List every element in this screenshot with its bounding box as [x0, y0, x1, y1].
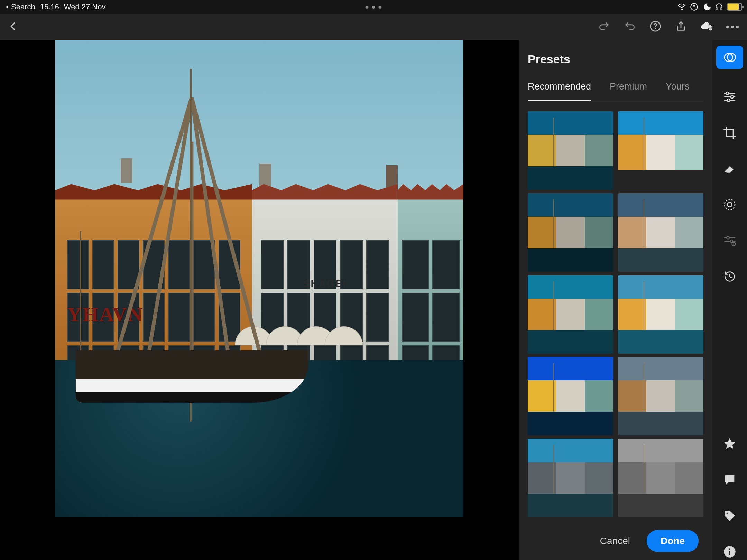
- wifi-icon: [677, 2, 686, 11]
- svg-point-17: [730, 240, 732, 242]
- return-app-label: Search: [11, 2, 35, 11]
- preset-thumb[interactable]: [618, 275, 703, 354]
- headphones-icon: [714, 2, 723, 11]
- healing-tool[interactable]: [721, 160, 738, 177]
- return-to-app[interactable]: Search: [5, 2, 35, 11]
- done-button[interactable]: Done: [647, 530, 699, 552]
- orientation-lock-icon: [690, 2, 699, 11]
- ipad-status-bar: Search 15.16 Wed 27 Nov: [0, 0, 747, 14]
- help-icon: [649, 20, 661, 32]
- edited-photo: YHAVN SKAGEI: [55, 40, 463, 517]
- svg-point-11: [726, 92, 729, 95]
- comment-icon: [723, 473, 737, 487]
- redo-icon: [598, 20, 610, 32]
- svg-point-16: [727, 236, 729, 239]
- preset-tabs: Recommended Premium Yours: [528, 81, 703, 101]
- edit-tool-rail: [712, 40, 747, 560]
- battery-icon: [727, 3, 742, 11]
- preset-thumb[interactable]: [618, 357, 703, 435]
- undo-icon: [624, 20, 636, 32]
- cancel-button[interactable]: Cancel: [600, 535, 630, 547]
- panel-title: Presets: [528, 53, 703, 66]
- help-button[interactable]: [649, 20, 661, 34]
- presets-icon: [723, 50, 737, 64]
- chevron-left-icon: [8, 21, 18, 31]
- eraser-icon: [723, 162, 737, 176]
- preset-thumb[interactable]: [618, 193, 703, 272]
- tab-premium[interactable]: Premium: [610, 81, 647, 101]
- app-toolbar: [0, 14, 747, 40]
- status-time: 15.16: [40, 2, 59, 11]
- rating-tool[interactable]: [721, 436, 738, 452]
- tab-yours[interactable]: Yours: [666, 81, 689, 101]
- more-options-button[interactable]: [726, 26, 739, 28]
- preset-thumb[interactable]: [618, 439, 703, 517]
- adjust-tool[interactable]: [721, 88, 738, 105]
- undo-button[interactable]: [624, 20, 636, 34]
- point-color-tool[interactable]: [721, 232, 738, 249]
- tag-icon: [723, 509, 737, 523]
- keywords-tool[interactable]: [721, 507, 738, 524]
- back-button[interactable]: [8, 21, 18, 32]
- svg-point-14: [725, 199, 735, 210]
- preset-thumb[interactable]: [528, 439, 613, 517]
- multitask-dots[interactable]: [366, 6, 382, 9]
- presets-panel: Presets Recommended Premium Yours Cancel…: [519, 40, 712, 560]
- moon-icon: [702, 2, 711, 11]
- history-icon: [723, 270, 737, 283]
- svg-point-12: [731, 95, 734, 98]
- crop-tool[interactable]: [721, 124, 738, 141]
- svg-point-13: [727, 99, 730, 102]
- info-icon: [723, 545, 737, 559]
- svg-point-3: [709, 27, 712, 30]
- svg-line-6: [192, 97, 234, 393]
- svg-rect-21: [729, 551, 730, 555]
- versions-tool[interactable]: [721, 268, 738, 285]
- skagen-label: SKAGEI: [303, 278, 347, 289]
- preset-thumb[interactable]: [528, 275, 613, 354]
- presets-tool[interactable]: [716, 46, 743, 69]
- sliders-icon: [723, 90, 737, 104]
- radial-mask-icon: [723, 198, 737, 212]
- preset-thumb[interactable]: [528, 193, 613, 272]
- svg-point-15: [727, 202, 732, 207]
- cloud-sync-button[interactable]: [701, 20, 712, 34]
- svg-point-19: [727, 513, 728, 514]
- info-tool[interactable]: [721, 543, 738, 560]
- crop-icon: [723, 126, 737, 140]
- status-date: Wed 27 Nov: [64, 2, 106, 11]
- svg-line-7: [192, 97, 270, 393]
- tab-recommended[interactable]: Recommended: [528, 81, 591, 101]
- sliders-dot-icon: [723, 234, 737, 248]
- preset-thumbnail-grid: [528, 111, 703, 519]
- svg-point-0: [691, 3, 698, 10]
- share-icon: [675, 20, 687, 32]
- share-button[interactable]: [675, 20, 687, 34]
- preset-thumb[interactable]: [528, 111, 613, 190]
- caret-left-icon: [5, 4, 10, 9]
- cloud-check-icon: [701, 20, 712, 32]
- masking-tool[interactable]: [721, 196, 738, 213]
- preset-thumb[interactable]: [528, 357, 613, 435]
- svg-point-22: [729, 548, 730, 550]
- redo-button[interactable]: [598, 20, 610, 34]
- star-icon: [723, 437, 737, 451]
- image-canvas[interactable]: YHAVN SKAGEI: [0, 40, 519, 560]
- preset-thumb[interactable]: [618, 111, 703, 190]
- comments-tool[interactable]: [721, 472, 738, 488]
